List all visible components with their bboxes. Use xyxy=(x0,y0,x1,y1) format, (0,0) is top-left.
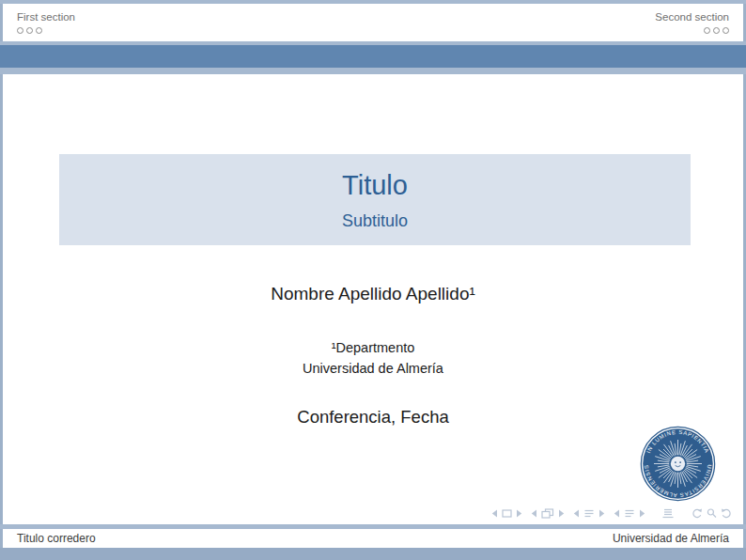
subsection-nav-group xyxy=(573,509,605,518)
forward-icon[interactable] xyxy=(721,508,733,519)
section-nav-group xyxy=(614,509,645,518)
title-box: Titulo Subtitulo xyxy=(59,154,691,245)
presentation-nav-group xyxy=(662,508,674,519)
institute-university: Universidad de Almería xyxy=(0,359,746,380)
presentation-icon[interactable] xyxy=(662,508,674,519)
prev-frame-icon[interactable] xyxy=(531,509,537,518)
prev-section-icon[interactable] xyxy=(614,509,620,518)
footline-short-title: Titulo corredero xyxy=(17,532,96,545)
banner-light-line xyxy=(0,68,746,74)
slide-subtitle: Subtitulo xyxy=(342,210,408,231)
section-entry-first[interactable]: First section xyxy=(17,11,75,34)
section-entry-second[interactable]: Second section xyxy=(655,11,729,34)
history-nav-group xyxy=(691,508,733,519)
bottom-bar xyxy=(0,548,746,560)
next-frame-icon[interactable] xyxy=(558,509,565,518)
frame-dot-icon[interactable] xyxy=(26,27,33,34)
subsection-icon[interactable] xyxy=(583,509,595,518)
next-slide-icon[interactable] xyxy=(516,509,522,518)
beamer-navigation-bar xyxy=(491,507,733,520)
frame-nav-group xyxy=(531,508,565,519)
next-subsection-icon[interactable] xyxy=(598,509,605,518)
section-headline: First section Second section xyxy=(3,4,743,41)
banner-blue-bar xyxy=(0,45,746,68)
section-label[interactable]: First section xyxy=(17,11,75,23)
frame-dot-icon[interactable] xyxy=(17,27,23,34)
mini-frame-dots xyxy=(17,27,75,34)
left-frame-border xyxy=(0,0,3,560)
footline: Titulo corredero Universidad de Almería xyxy=(3,529,743,548)
slide-icon[interactable] xyxy=(502,509,512,518)
section-icon[interactable] xyxy=(624,509,635,518)
prev-slide-icon[interactable] xyxy=(491,509,498,518)
slide-title: Titulo xyxy=(342,169,408,201)
header-banner xyxy=(0,41,746,74)
top-bar xyxy=(0,0,746,4)
next-section-icon[interactable] xyxy=(639,509,645,518)
frame-icon[interactable] xyxy=(541,508,554,519)
footline-institution: Universidad de Almería xyxy=(613,532,729,545)
frame-dot-icon[interactable] xyxy=(36,27,42,34)
find-icon[interactable] xyxy=(707,508,717,519)
frame-dot-icon[interactable] xyxy=(713,27,720,34)
prev-subsection-icon[interactable] xyxy=(573,509,580,518)
institute-department: ¹Departmento xyxy=(0,338,746,359)
frame-dot-icon[interactable] xyxy=(723,27,729,34)
conference-date-line: Conferencia, Fecha xyxy=(0,407,746,428)
author-line: Nombre Apellido Apellido¹ xyxy=(0,284,746,304)
beamer-title-slide: First section Second section Titulo Subt… xyxy=(0,0,746,560)
institute-block: ¹Departmento Universidad de Almería xyxy=(0,338,746,379)
mini-frame-dots xyxy=(704,27,729,34)
back-icon[interactable] xyxy=(691,508,703,519)
slide-nav-group xyxy=(491,509,522,518)
section-label[interactable]: Second section xyxy=(655,11,729,23)
frame-dot-icon[interactable] xyxy=(704,27,710,34)
footline-separator xyxy=(0,524,746,529)
university-seal-logo: IN LUMINE SAPIENTIA UNIVERSITAS ALMERIEN… xyxy=(640,426,716,502)
